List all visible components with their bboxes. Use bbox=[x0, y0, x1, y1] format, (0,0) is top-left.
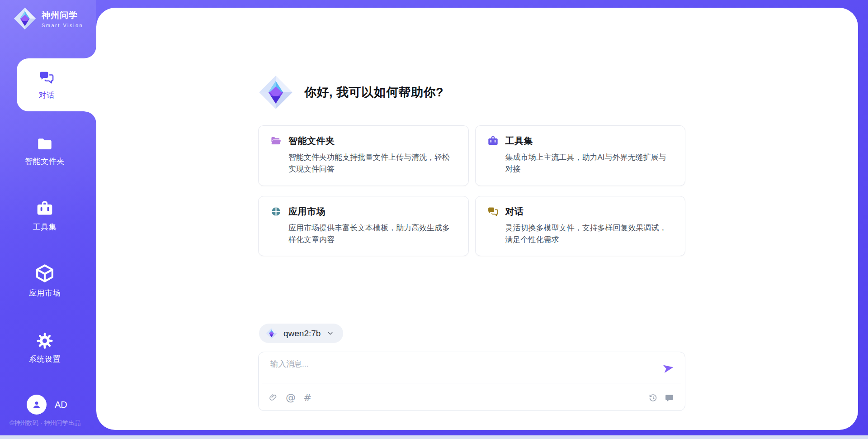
person-icon bbox=[31, 399, 42, 410]
sidebar-item-app-market[interactable]: 应用市场 bbox=[0, 263, 90, 298]
gear-icon bbox=[36, 332, 54, 350]
message-composer: @ # bbox=[258, 352, 685, 411]
composer-divider bbox=[262, 383, 681, 383]
composer-tools: @ # bbox=[269, 391, 311, 405]
sidebar-item-smart-folder[interactable]: 智能文件夹 bbox=[0, 136, 90, 167]
card-description: 应用市场提供丰富长文本模板，助力高效生成多样化文章内容 bbox=[288, 222, 457, 246]
sidebar-item-settings[interactable]: 系统设置 bbox=[0, 332, 90, 364]
assistant-logo-icon bbox=[257, 74, 294, 111]
app-grid-icon bbox=[270, 206, 282, 217]
sidebar-item-toolset[interactable]: 工具集 bbox=[0, 200, 90, 232]
send-button[interactable] bbox=[662, 362, 675, 375]
sidebar-item-label: 系统设置 bbox=[29, 354, 61, 364]
greeting-title: 你好, 我可以如何帮助你? bbox=[304, 84, 443, 100]
sidebar-item-chat[interactable]: 对话 bbox=[17, 58, 96, 111]
horizontal-scrollbar[interactable] bbox=[0, 435, 868, 439]
card-chat[interactable]: 对话 灵活切换多模型文件，支持多样回复效果调试，满足个性化需求 bbox=[475, 196, 686, 257]
sidebar: 神州问学 Smart Vision 对话 智能文件夹 工具集 应用市场 系统设置… bbox=[0, 0, 96, 439]
card-description: 智能文件夹功能支持批量文件上传与清洗，轻松实现文件问答 bbox=[288, 152, 457, 176]
chat-icon bbox=[487, 206, 499, 217]
chevron-down-icon bbox=[326, 329, 334, 337]
main-panel: 你好, 我可以如何帮助你? 智能文件夹 智能文件夹功能支持批量文件上传与清洗，轻… bbox=[96, 8, 858, 430]
sidebar-item-label: 工具集 bbox=[33, 222, 57, 232]
card-app-market[interactable]: 应用市场 应用市场提供丰富长文本模板，助力高效生成多样化文章内容 bbox=[258, 196, 469, 257]
feedback-button[interactable] bbox=[665, 393, 674, 403]
chat-icon bbox=[39, 70, 54, 85]
mention-button[interactable]: @ bbox=[286, 393, 296, 403]
toolbox-icon bbox=[487, 135, 499, 147]
send-icon bbox=[662, 362, 675, 375]
model-selector[interactable]: qwen2:7b bbox=[259, 324, 343, 343]
brand-logo-icon bbox=[13, 6, 37, 31]
paperclip-icon bbox=[269, 393, 278, 403]
brand: 神州问学 Smart Vision bbox=[13, 6, 83, 31]
history-icon bbox=[648, 393, 658, 403]
sidebar-item-label: 应用市场 bbox=[29, 288, 61, 298]
toolbox-icon bbox=[36, 200, 54, 218]
card-title: 对话 bbox=[505, 205, 524, 218]
card-smart-folder[interactable]: 智能文件夹 智能文件夹功能支持批量文件上传与清洗，轻松实现文件问答 bbox=[258, 125, 469, 186]
user-profile[interactable]: AD bbox=[27, 395, 67, 415]
cube-icon bbox=[34, 263, 55, 284]
model-logo-icon bbox=[265, 327, 278, 339]
user-initials: AD bbox=[55, 400, 67, 410]
card-toolset[interactable]: 工具集 集成市场上主流工具，助力AI与外界无缝扩展与对接 bbox=[475, 125, 686, 186]
chat-square-icon bbox=[665, 393, 674, 403]
composer-right-tools bbox=[648, 391, 674, 405]
card-title: 智能文件夹 bbox=[288, 135, 335, 147]
model-name: qwen2:7b bbox=[283, 329, 321, 339]
attach-button[interactable] bbox=[269, 393, 278, 403]
card-description: 集成市场上主流工具，助力AI与外界无缝扩展与对接 bbox=[505, 152, 674, 176]
sidebar-footer: ©神州数码 · 神州问学出品 bbox=[9, 419, 80, 427]
brand-name: 神州问学 bbox=[42, 10, 83, 21]
sidebar-item-label: 智能文件夹 bbox=[25, 156, 65, 167]
brand-subtitle: Smart Vision bbox=[42, 23, 83, 28]
quick-cards: 智能文件夹 智能文件夹功能支持批量文件上传与清洗，轻松实现文件问答 工具集 集成… bbox=[258, 125, 685, 256]
greeting: 你好, 我可以如何帮助你? bbox=[257, 74, 443, 111]
card-description: 灵活切换多模型文件，支持多样回复效果调试，满足个性化需求 bbox=[505, 222, 674, 246]
message-input[interactable] bbox=[269, 358, 637, 381]
folder-icon bbox=[37, 136, 53, 152]
folder-open-icon bbox=[270, 135, 282, 147]
avatar bbox=[27, 395, 47, 415]
topic-button[interactable]: # bbox=[303, 393, 311, 403]
history-button[interactable] bbox=[648, 393, 658, 403]
sidebar-item-label: 对话 bbox=[39, 90, 55, 100]
card-title: 应用市场 bbox=[288, 205, 326, 218]
card-title: 工具集 bbox=[505, 135, 533, 147]
